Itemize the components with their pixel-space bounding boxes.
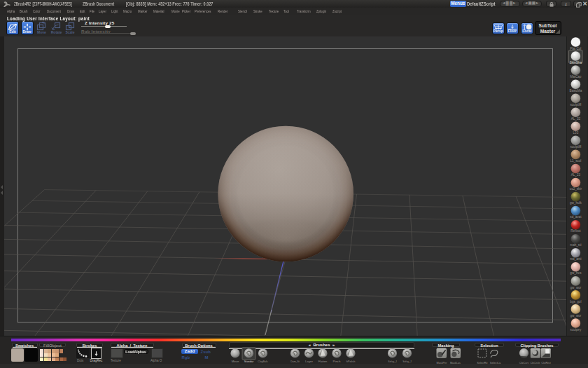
svg-text:Selvy_J: Selvy_J [402,359,412,362]
svg-text:Pinch: Pinch [333,359,342,362]
svg-text:gw_fres: gw_fres [570,271,582,275]
svg-text:AL_32: AL_32 [571,117,581,121]
svg-text:sculptM: sculptM [570,145,581,149]
svg-text:bgs_gol: bgs_gol [570,300,581,304]
svg-text:sculptM: sculptM [570,103,581,107]
svg-text:Flat Col: Flat Col [570,47,581,50]
svg-text:uc2_skir: uc2_skir [570,187,582,191]
svg-text:sculpey: sculpey [570,328,582,332]
svg-text:BasicMa: BasicMa [570,89,582,93]
svg-text:MatCap: MatCap [570,75,582,79]
svg-text:gw_hulk: gw_hulk [570,201,582,205]
svg-text:Selvy_J: Selvy_J [388,359,397,362]
svg-text:Standar: Standar [244,359,254,362]
svg-text:L1_scul: L1_scul [570,159,581,163]
svg-text:Dam_St: Dam_St [290,359,300,362]
svg-text:Layer: Layer [305,359,314,362]
svg-text:md_anti: md_anti [570,257,581,261]
svg-text:Reflect: Reflect [570,229,581,233]
svg-text:SkinSha: SkinSha [570,61,582,64]
svg-text:gw_wor: gw_wor [570,314,581,318]
svg-text:hPolish: hPolish [346,359,356,362]
svg-text:AL_23: AL_23 [571,173,581,177]
svg-text:gw_wor: gw_wor [570,286,581,289]
svg-text:L03: L03 [573,131,579,135]
svg-text:Move: Move [232,359,239,362]
svg-text:sd_avat: sd_avat [570,215,582,219]
svg-text:mah_sti: mah_sti [570,243,581,247]
svg-text:ClayBulc: ClayBulc [258,359,268,362]
svg-text:Flatten: Flatten [318,359,328,362]
